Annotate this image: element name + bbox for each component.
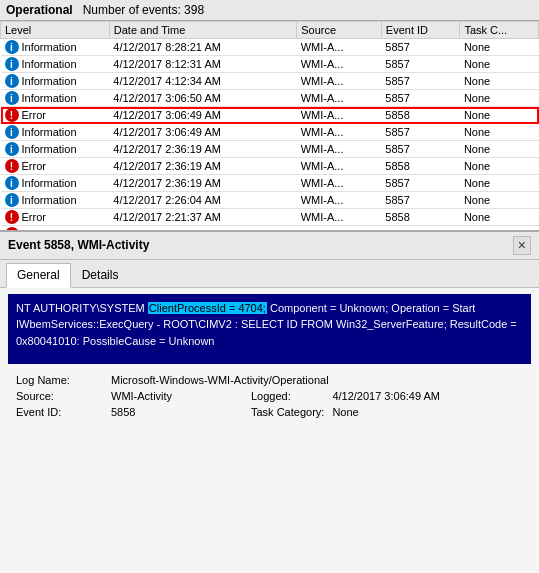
cell-level: !Error: [1, 209, 110, 226]
table-row[interactable]: iInformation4/12/2017 3:06:49 AMWMI-A...…: [1, 124, 539, 141]
cell-level: iInformation: [1, 73, 110, 90]
cell-datetime: 4/12/2017 2:26:04 AM: [109, 192, 296, 209]
app-container: Operational Number of events: 398 Level …: [0, 0, 539, 573]
level-text: Information: [22, 75, 77, 87]
table-row[interactable]: iInformation4/12/2017 4:12:34 AMWMI-A...…: [1, 73, 539, 90]
col-source[interactable]: Source: [297, 22, 382, 39]
cell-source: WMI-A...: [297, 209, 382, 226]
cell-task: None: [460, 73, 539, 90]
cell-level: !Error: [1, 158, 110, 175]
error-icon: !: [5, 159, 19, 173]
info-icon: i: [5, 176, 19, 190]
cell-datetime: 4/12/2017 2:36:19 AM: [109, 158, 296, 175]
cell-event-id: 5857: [381, 73, 460, 90]
cell-level: !Error: [1, 107, 110, 124]
cell-source: WMI-A...: [297, 158, 382, 175]
event-id-label: Event ID:: [12, 404, 107, 420]
close-button[interactable]: ×: [513, 236, 531, 255]
tab-details[interactable]: Details: [71, 263, 130, 287]
detail-highlight: ClientProcessId = 4704;: [148, 302, 267, 314]
error-icon: !: [5, 210, 19, 224]
cell-event-id: 5857: [381, 141, 460, 158]
cell-datetime: 4/12/2017 4:12:34 AM: [109, 73, 296, 90]
events-table: Level Date and Time Source Event ID Task…: [0, 21, 539, 231]
detail-text-box: NT AUTHORITY\SYSTEM ClientProcessId = 47…: [8, 294, 531, 364]
info-icon: i: [5, 40, 19, 54]
info-icon: i: [5, 142, 19, 156]
task-category-label: Task Category:: [247, 404, 328, 420]
col-task[interactable]: Task C...: [460, 22, 539, 39]
detail-content: NT AUTHORITY\SYSTEM ClientProcessId = 47…: [0, 288, 539, 426]
error-icon: !: [5, 108, 19, 122]
cell-task: None: [460, 39, 539, 56]
table-row[interactable]: iInformation4/12/2017 3:06:50 AMWMI-A...…: [1, 90, 539, 107]
cell-event-id: 5857: [381, 90, 460, 107]
cell-datetime: 4/12/2017 2:36:19 AM: [109, 175, 296, 192]
event-count: Number of events: 398: [83, 3, 204, 17]
cell-event-id: 5858: [381, 209, 460, 226]
cell-datetime: 4/12/2017 8:12:31 AM: [109, 56, 296, 73]
table-row[interactable]: iInformation4/12/2017 8:12:31 AMWMI-A...…: [1, 56, 539, 73]
source-value: WMI-Activity: [107, 388, 247, 404]
table-row[interactable]: !Error4/12/2017 2:21:37 AMWMI-A...5858No…: [1, 209, 539, 226]
level-text: Information: [22, 126, 77, 138]
log-name-label: Log Name:: [12, 372, 107, 388]
level-text: Information: [22, 41, 77, 53]
cell-task: None: [460, 56, 539, 73]
cell-datetime: 4/12/2017 3:06:50 AM: [109, 90, 296, 107]
table-row[interactable]: iInformation4/12/2017 2:36:19 AMWMI-A...…: [1, 141, 539, 158]
cell-task: None: [460, 141, 539, 158]
cell-level: iInformation: [1, 39, 110, 56]
col-datetime[interactable]: Date and Time: [109, 22, 296, 39]
source-logged-row: Source: WMI-Activity Logged: 4/12/2017 3…: [12, 388, 527, 404]
info-icon: i: [5, 91, 19, 105]
cell-task: None: [460, 175, 539, 192]
cell-level: iInformation: [1, 90, 110, 107]
level-text: Error: [22, 211, 46, 223]
cell-task: None: [460, 90, 539, 107]
detail-panel-title: Event 5858, WMI-Activity: [8, 238, 149, 252]
cell-event-id: 5858: [381, 107, 460, 124]
cell-datetime: 4/12/2017 2:21:37 AM: [109, 209, 296, 226]
info-icon: i: [5, 74, 19, 88]
info-icon: i: [5, 125, 19, 139]
log-name-value: Microsoft-Windows-WMI-Activity/Operation…: [107, 372, 527, 388]
cell-source: WMI-A...: [297, 141, 382, 158]
cell-event-id: 5857: [381, 39, 460, 56]
table-row[interactable]: iInformation4/12/2017 2:36:19 AMWMI-A...…: [1, 175, 539, 192]
cell-task: None: [460, 107, 539, 124]
cell-source: WMI-A...: [297, 175, 382, 192]
table-row[interactable]: iInformation4/12/2017 2:26:04 AMWMI-A...…: [1, 192, 539, 209]
cell-task: None: [460, 124, 539, 141]
event-id-value: 5858: [107, 404, 247, 420]
app-title: Operational: [6, 3, 73, 17]
cell-level: iInformation: [1, 141, 110, 158]
log-info-table: Log Name: Microsoft-Windows-WMI-Activity…: [12, 372, 527, 420]
level-text: Information: [22, 194, 77, 206]
col-level[interactable]: Level: [1, 22, 110, 39]
logged-label: Logged:: [247, 388, 328, 404]
cell-event-id: 5858: [381, 158, 460, 175]
cell-datetime: 4/12/2017 2:36:19 AM: [109, 141, 296, 158]
cell-level: iInformation: [1, 124, 110, 141]
level-text: Information: [22, 58, 77, 70]
cell-level: iInformation: [1, 56, 110, 73]
cell-datetime: 4/12/2017 3:06:49 AM: [109, 124, 296, 141]
detail-panel-header: Event 5858, WMI-Activity ×: [0, 232, 539, 260]
detail-panel: Event 5858, WMI-Activity × General Detai…: [0, 231, 539, 573]
cell-task: None: [460, 192, 539, 209]
cell-task: None: [460, 209, 539, 226]
level-text: Error: [22, 160, 46, 172]
table-row[interactable]: !Error4/12/2017 3:06:49 AMWMI-A...5858No…: [1, 107, 539, 124]
level-text: Error: [22, 109, 46, 121]
level-text: Information: [22, 92, 77, 104]
detail-text-prefix: NT AUTHORITY\SYSTEM: [16, 302, 148, 314]
events-table-container[interactable]: Level Date and Time Source Event ID Task…: [0, 21, 539, 231]
cell-task: None: [460, 158, 539, 175]
cell-source: WMI-A...: [297, 73, 382, 90]
tab-general[interactable]: General: [6, 263, 71, 288]
col-eventid[interactable]: Event ID: [381, 22, 460, 39]
table-row[interactable]: !Error4/12/2017 2:36:19 AMWMI-A...5858No…: [1, 158, 539, 175]
log-name-row: Log Name: Microsoft-Windows-WMI-Activity…: [12, 372, 527, 388]
table-row[interactable]: iInformation4/12/2017 8:28:21 AMWMI-A...…: [1, 39, 539, 56]
